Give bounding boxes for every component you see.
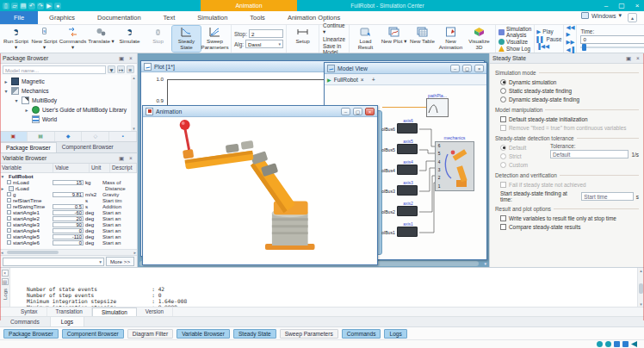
mechanics-block[interactable]: mechanics 654321 (435, 141, 474, 191)
panel-toggle-chip[interactable]: Logs (384, 329, 406, 339)
new-script-button[interactable]: s New Script ▾ (30, 26, 59, 52)
minimize-button[interactable]: – (601, 0, 611, 11)
simulation-mode-option[interactable]: Static steady-state finding (495, 86, 639, 95)
axis-block-wrap[interactable]: axis5 (397, 144, 419, 156)
axis-block[interactable] (397, 185, 418, 196)
model-manipulation-option[interactable]: Default steady-state initialization (495, 115, 639, 123)
value-input[interactable]: 90 (53, 222, 84, 227)
result-option[interactable]: Write variables to result file only at s… (495, 214, 639, 222)
variable-row[interactable]: startAngle6 0 deg Start an (0, 239, 137, 245)
log-tab[interactable]: Syntax (12, 308, 47, 316)
console-tab[interactable]: Commands (0, 317, 51, 326)
row-checkbox[interactable] (7, 234, 11, 239)
tolerance-option[interactable]: Custom (500, 160, 545, 169)
visualize-button[interactable]: Visualize (498, 39, 531, 45)
row-checkbox[interactable] (7, 204, 11, 208)
view-mode-icon-5[interactable]: ▪ (109, 132, 137, 141)
load-result-button[interactable]: Load Result (351, 26, 380, 52)
close-button[interactable]: × (632, 0, 642, 11)
radio-button[interactable] (500, 79, 506, 85)
row-checkbox[interactable] (7, 198, 11, 202)
time-slider[interactable] (580, 45, 644, 50)
variable-row[interactable]: refSwingTime 0.5 s Addition (0, 203, 137, 209)
value-input[interactable]: 0 (53, 228, 84, 233)
checkbox[interactable] (500, 125, 506, 131)
simulate-button[interactable]: ▶ Simulate (115, 26, 144, 52)
value-input[interactable]: 9.81 (53, 192, 84, 197)
axis-block-wrap[interactable]: axis1 (397, 227, 419, 239)
minimize-window-button[interactable]: – (450, 65, 460, 72)
value-input[interactable]: -60 (53, 210, 84, 215)
model-view-titlebar[interactable]: Model View – ▢ × (325, 63, 486, 74)
row-checkbox[interactable] (7, 216, 11, 221)
row-checkbox[interactable] (7, 210, 11, 214)
locate-icon[interactable]: ↦ (117, 65, 125, 73)
maximize-window-button[interactable]: ▢ (462, 65, 472, 72)
row-checkbox[interactable] (7, 240, 11, 245)
log-output[interactable]: Number of state events : 42 Number of st… (10, 268, 637, 307)
play-button[interactable]: ▶ Play (536, 28, 561, 35)
col-description[interactable]: Descript (110, 164, 137, 172)
browser-tab[interactable]: Component Browser (57, 142, 119, 152)
step-prev-button[interactable]: ◀▐ (566, 47, 574, 53)
variable-row[interactable]: startAngle4 0 deg Start an (0, 227, 137, 233)
panel-toggle-chip[interactable]: Diagram Filter (127, 329, 173, 339)
variable-hscrollbar[interactable]: ◂▸ (0, 249, 137, 255)
simulation-analysis-button[interactable]: Simulation Analysis (498, 26, 531, 38)
continue-button[interactable]: Continue ▾ (323, 22, 345, 35)
tree-item[interactable]: ▾ Mechanics (0, 86, 137, 96)
clear-icon[interactable]: ≡ (127, 65, 134, 73)
tolerance-option[interactable]: Strict (500, 152, 545, 160)
setup-button[interactable]: Setup (288, 26, 317, 52)
row-checkbox[interactable] (7, 192, 11, 196)
variable-row[interactable]: ▾ FullRobot (0, 173, 137, 179)
axis-block-wrap[interactable]: axis4 (397, 165, 419, 177)
variable-row[interactable]: refStartTime s Start tim (0, 197, 137, 203)
more-button[interactable]: More >> (106, 257, 134, 266)
row-checkbox[interactable] (7, 222, 11, 227)
start-time-field[interactable]: Start time (581, 192, 634, 201)
col-variable[interactable]: Variable (0, 164, 53, 172)
tree-item[interactable]: World (0, 115, 137, 124)
radio-button[interactable] (500, 145, 506, 151)
mdi-scroll-arrow[interactable]: ▾ (484, 261, 486, 266)
variable-row[interactable]: startAngle3 90 deg Start an (0, 221, 137, 227)
save-log-icon[interactable]: ▤ (2, 278, 9, 285)
row-checkbox[interactable] (7, 180, 11, 184)
col-value[interactable]: Value (53, 164, 90, 172)
variable-row[interactable]: ▸ rLoad Distance (0, 185, 137, 191)
axis-block[interactable] (397, 206, 418, 216)
new-animation-button[interactable]: New Animation (437, 26, 465, 52)
skip-start-button[interactable]: ▐◀◀ (536, 43, 561, 50)
tree-item[interactable]: ▸ User's Guide of MultiBody Library (0, 105, 137, 115)
tree-item[interactable]: ▾ MultiBody (0, 96, 137, 105)
new-plot-button[interactable]: New Plot ▾ (380, 26, 408, 52)
value-input[interactable]: -110 (53, 234, 84, 239)
close-window-button[interactable]: × (365, 108, 375, 115)
log-tab[interactable]: Simulation (92, 308, 137, 316)
windows-menu[interactable]: Windows ▾ (581, 12, 622, 19)
tolerance-option[interactable]: Default (500, 143, 545, 152)
linearize-button[interactable]: Linearize (323, 36, 345, 42)
step-forward-button[interactable]: ▶▶ (566, 39, 574, 46)
tree-scrollbar[interactable]: ▴▾ (131, 75, 137, 131)
col-unit[interactable]: Unit (90, 164, 110, 172)
checkbox[interactable] (500, 116, 506, 122)
status-icon-4[interactable] (622, 341, 629, 347)
view-mode-icon-3[interactable]: ◆ (55, 132, 83, 141)
axis-block[interactable] (397, 123, 418, 134)
tree-expander[interactable]: ▾ (14, 97, 19, 103)
minimize-window-button[interactable]: – (341, 108, 350, 115)
open-file-icon[interactable]: ▱ (11, 3, 18, 9)
radio-button[interactable] (500, 162, 506, 168)
time-field[interactable]: 0 (580, 35, 644, 44)
axis-block[interactable] (397, 144, 418, 154)
ribbon-tab[interactable]: Text (152, 11, 187, 24)
variable-row[interactable]: g 9.81 m/s2 Gravity (0, 191, 137, 197)
panel-toggle-chip[interactable]: Package Browser (3, 329, 59, 339)
variable-row[interactable]: startAngle1 -60 deg Start an (0, 209, 137, 215)
close-panel-icon[interactable]: × (127, 55, 134, 62)
steady-state-button[interactable]: Steady State (172, 26, 201, 52)
status-icon-5[interactable] (631, 341, 637, 347)
step-back-button[interactable]: ◀◀ ▶ (566, 24, 574, 38)
